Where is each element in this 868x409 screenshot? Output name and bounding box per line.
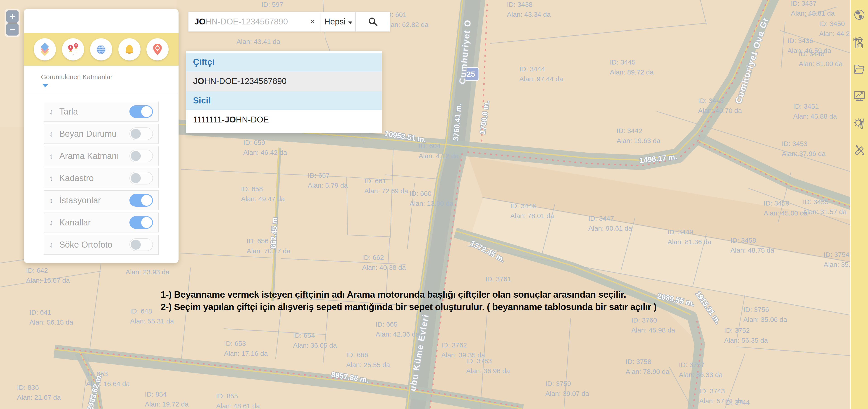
layer-label: Tarla: [59, 107, 129, 117]
pencil-ruler-icon[interactable]: [852, 144, 866, 157]
bell-icon: [123, 43, 136, 56]
farmer-icon[interactable]: [852, 35, 866, 49]
zoom-in-button[interactable]: +: [6, 10, 19, 23]
alerts-tool-button[interactable]: [118, 38, 141, 60]
drag-handle-icon[interactable]: ↕: [49, 240, 59, 249]
layer-label: Beyan Durumu: [59, 129, 129, 139]
layer-toggle[interactable]: [129, 150, 153, 162]
drag-handle-icon[interactable]: ↕: [49, 107, 59, 116]
layers-panel-title: Görüntülenen Katmanlar: [41, 73, 179, 81]
route-pins-icon: [66, 43, 80, 56]
layer-row: ↕ Kanallar: [44, 212, 159, 232]
layer-row: ↕ Beyan Durumu: [44, 124, 159, 144]
drag-handle-icon[interactable]: ↕: [49, 174, 59, 183]
layer-toggle[interactable]: [129, 216, 153, 229]
layer-toggle[interactable]: [129, 194, 153, 207]
zoom-out-button[interactable]: −: [6, 23, 19, 35]
search-typed-text: JO: [194, 17, 206, 27]
instruction-line-1: 1-) Beyanname vermek isteyen çiftçinin a…: [161, 290, 657, 299]
result-section-header: Çiftçi: [186, 53, 382, 71]
drag-handle-icon[interactable]: ↕: [49, 196, 59, 205]
logo-area: [24, 9, 179, 33]
monitor-chart-icon[interactable]: [852, 89, 866, 103]
map-zoom-control: + −: [5, 9, 20, 37]
chevron-down-icon: [348, 22, 352, 24]
locate-tool-button[interactable]: [146, 38, 168, 60]
layer-row: ↕ Arama Katmanı: [44, 146, 159, 166]
layer-toggle[interactable]: [129, 127, 153, 140]
layer-label: İstasyonlar: [59, 196, 129, 205]
layer-label: Arama Katmanı: [59, 151, 129, 161]
clear-search-icon[interactable]: ×: [307, 17, 315, 27]
folder-icon[interactable]: [852, 62, 866, 76]
collapse-caret-icon[interactable]: [42, 84, 48, 87]
route-tool-button[interactable]: [62, 38, 84, 60]
search-scope-dropdown[interactable]: Hepsi: [321, 12, 356, 32]
layer-label: Kanallar: [59, 218, 129, 228]
globe-tool-button[interactable]: [90, 38, 112, 60]
search-suggestion-text: HN-DOE-1234567890: [206, 17, 307, 27]
search-results-dropdown: Çiftçi JOHN-DOE-1234567890 Sicil 1111111…: [186, 51, 382, 133]
layer-label: Söke Ortofoto: [59, 240, 129, 250]
panel-icon-bar: [24, 33, 179, 66]
gear-wrench-icon[interactable]: [852, 116, 866, 130]
layer-row: ↕ İstasyonlar: [44, 191, 159, 210]
search-scope-label: Hepsi: [324, 17, 346, 27]
drag-handle-icon[interactable]: ↕: [49, 152, 59, 160]
drag-handle-icon[interactable]: ↕: [49, 218, 59, 227]
location-pin-icon: [151, 43, 164, 56]
result-item[interactable]: 1111111-JOHN-DOE: [186, 110, 382, 130]
search-icon: [368, 16, 378, 27]
drag-handle-icon[interactable]: ↕: [49, 129, 59, 138]
layer-list: ↕ Tarla ↕ Beyan Durumu ↕ Arama Katmanı ↕…: [24, 93, 179, 255]
right-toolbar: [850, 0, 868, 409]
search-bar: JO HN-DOE-1234567890 × Hepsi: [188, 12, 390, 32]
globe-blue-icon: [95, 43, 108, 56]
instructions-text: 1-) Beyanname vermek isteyen çiftçinin a…: [161, 290, 657, 314]
layer-row: ↕ Kadastro: [44, 168, 159, 188]
layers-icon: [38, 43, 51, 56]
layer-toggle[interactable]: [129, 105, 153, 118]
result-item[interactable]: JOHN-DOE-1234567890: [186, 71, 382, 91]
globe-icon[interactable]: [852, 8, 866, 22]
layer-row: ↕ Söke Ortofoto: [44, 235, 159, 255]
layer-label: Kadastro: [59, 173, 129, 183]
layer-toggle[interactable]: [129, 238, 153, 251]
layer-toggle[interactable]: [129, 172, 153, 184]
layers-tool-button[interactable]: [34, 38, 56, 60]
result-section-header: Sicil: [186, 91, 382, 110]
search-button[interactable]: [356, 12, 390, 32]
search-input[interactable]: JO HN-DOE-1234567890 ×: [188, 12, 321, 32]
instruction-line-2: 2-) Seçim yapılan çiftçi için alışveriş …: [161, 302, 657, 312]
layer-row: ↕ Tarla: [44, 101, 159, 121]
layers-panel: Görüntülenen Katmanlar ↕ Tarla ↕ Beyan D…: [24, 9, 179, 263]
